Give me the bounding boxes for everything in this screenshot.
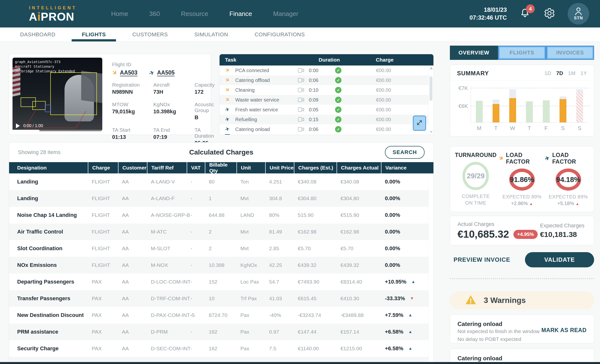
expand-tasks-button[interactable]	[413, 116, 426, 131]
cell-billable-qty: 10	[205, 296, 236, 301]
bar-S[interactable]	[574, 86, 585, 122]
field-value: 10.398kg	[153, 108, 190, 115]
task-row[interactable]: ✈ Fresh water service 0:05 ✓ €00.00	[220, 105, 433, 115]
charges-table-row[interactable]: Noise Chap 14 Landing FLIGHT AA A-NOISE-…	[9, 207, 433, 223]
range-1y[interactable]: 1Y	[580, 70, 587, 77]
charges-table-row[interactable]: Transfer Passengers PAX AA D-TRF-COM-INT…	[9, 290, 433, 307]
mark-as-read-button[interactable]: MARK AS READ	[541, 327, 587, 334]
camera-icon[interactable]	[293, 78, 309, 83]
charges-table-row[interactable]: Air Traffic Control FLIGHT AA M-ATC - 2 …	[9, 223, 433, 240]
field-label: TA Start	[112, 127, 149, 133]
sidebar-tab-invoices[interactable]: INVOICES	[546, 46, 594, 60]
bar-T[interactable]	[524, 86, 535, 122]
task-row[interactable]: ✈ PCA connected 0:00 ✓ €00.00	[220, 65, 433, 75]
bar-F[interactable]	[541, 86, 552, 122]
field-label: Registration	[112, 82, 149, 88]
cell-vat: -	[187, 346, 205, 351]
bar-W[interactable]	[507, 86, 518, 122]
range-1d[interactable]: 1D	[544, 70, 551, 77]
camera-icon[interactable]	[293, 117, 309, 122]
preview-invoice-button[interactable]: PREVIEW INVOICE	[454, 256, 510, 263]
items-count: Showing 28 items	[18, 149, 99, 156]
nav-item-360[interactable]: 360	[149, 10, 160, 18]
bar-S[interactable]	[557, 86, 569, 122]
charges-scrollbar[interactable]	[429, 173, 433, 364]
active-tab-underline	[72, 39, 116, 41]
calculated-charges-card: Showing 28 items Calculated Charges SEAR…	[9, 142, 434, 364]
user-avatar[interactable]: STN	[568, 3, 589, 25]
col-duration: Duration	[319, 57, 376, 63]
search-button[interactable]: SEARCH	[385, 146, 425, 159]
tab-dashboard[interactable]: DASHBOARD	[10, 27, 66, 41]
cell-designation: New Destination Discount	[9, 312, 88, 318]
validate-button[interactable]: VALIDATE	[525, 252, 594, 267]
task-name: Catering offload	[235, 78, 293, 83]
charges-table-row[interactable]: Landing FLIGHT AA A-LAND-F - 1 Mvt 304.8…	[9, 190, 433, 207]
datetime: 18/01/23 07:32:46 UTC	[470, 6, 507, 22]
delta-badge: +4.95%	[513, 230, 537, 239]
task-scrollbar[interactable]	[429, 65, 433, 135]
task-row[interactable]: ✈ Cleaning 0:10 ✓ €00.00	[220, 85, 433, 95]
scroll-thumb[interactable]	[430, 76, 432, 101]
charges-table-row[interactable]: Security Charge PAX AA D-SEC-COM-INT - 1…	[9, 340, 433, 357]
bar-M[interactable]	[474, 86, 485, 122]
tab-configurations[interactable]: CONFIGURATIONS	[244, 27, 315, 41]
cell-charge-type: FLIGHT	[88, 179, 118, 185]
tab-customers[interactable]: CUSTOMERS	[122, 27, 178, 41]
sidebar-tab-overview[interactable]: OVERVIEW	[450, 46, 498, 60]
nav-item-resource[interactable]: Resource	[181, 10, 208, 18]
charges-table-row[interactable]: NOx Emissions FLIGHT AA M-NOX - 10.398 K…	[9, 257, 433, 273]
warning-line2: No delay to POBT expected	[457, 335, 587, 343]
charges-table-row[interactable]: New Destination Discount PAX AA D-PAX-CO…	[9, 307, 433, 324]
camera-icon[interactable]	[293, 97, 309, 103]
notifications-button[interactable]: 4	[519, 7, 531, 20]
done-check-icon: ✓	[335, 116, 341, 123]
date-text: 18/01/23	[470, 6, 507, 14]
charges-table-row[interactable]: PRM assistance PAX AA D-PRM - 162 Pax 0.…	[9, 324, 433, 340]
camera-icon[interactable]	[293, 87, 309, 93]
app-logo[interactable]: INTELLIGENT AiPRON	[29, 5, 77, 22]
field-label: MTOW	[112, 102, 149, 107]
charges-table-row[interactable]: Slot Coordination FLIGHT AA M-SLOT - 2 M…	[9, 240, 433, 257]
nav-item-finance[interactable]: Finance	[229, 10, 252, 18]
cell-charges-est: €340.08	[294, 179, 337, 185]
charges-table-row[interactable]: Departing Passengers PAX AA D-LOC-COM-IN…	[9, 273, 433, 290]
task-duration: 0:00	[309, 68, 331, 73]
cell-variance: 0.00%	[381, 212, 433, 218]
range-7d[interactable]: 7D	[556, 70, 563, 77]
bar-T[interactable]	[490, 86, 502, 122]
range-1m[interactable]: 1M	[568, 70, 576, 77]
arrival-flight-link[interactable]: ✈ AA503	[112, 69, 137, 76]
warnings-banner[interactable]: 3 Warnings	[450, 291, 594, 309]
task-name: Catering onload	[235, 127, 293, 132]
scroll-thumb[interactable]	[429, 173, 433, 216]
task-row[interactable]: ✈ Refuelling 0:15 ✓ €00.00	[220, 115, 433, 124]
tab-simulation[interactable]: SIMULATION	[184, 27, 238, 41]
video-progress-bar[interactable]	[13, 130, 102, 131]
camera-icon[interactable]	[293, 107, 309, 112]
flight-id-label: Flight ID	[112, 62, 215, 67]
cell-tariff-ref: A-NOISE-GRP-B	[147, 212, 187, 218]
sidebar-tab-flights[interactable]: FLIGHTS	[498, 46, 546, 60]
apron-video-player[interactable]: graph_AviationV57c-373 Aircraft Stationa…	[13, 58, 102, 131]
camera-icon[interactable]	[293, 127, 309, 132]
field-value: 172	[195, 89, 215, 95]
departure-flight-link[interactable]: ✈ AA505	[149, 69, 174, 76]
nav-item-manager[interactable]: Manager	[273, 10, 299, 18]
task-row[interactable]: ✈ Catering offload 0:06 ✓ €00.00	[220, 75, 433, 85]
cell-designation: Air Traffic Control	[9, 229, 88, 235]
column-header: Charges (Est.)	[294, 162, 337, 173]
settings-button[interactable]	[543, 7, 556, 20]
cell-customer: AA	[118, 279, 147, 285]
tab-flights[interactable]: FLIGHTS	[72, 27, 116, 41]
camera-icon[interactable]	[293, 68, 309, 73]
scroll-down-icon[interactable]	[430, 131, 433, 133]
task-row[interactable]: ✈ Catering onload 0:06 ✓ €00.00	[220, 124, 433, 134]
nav-item-home[interactable]: Home	[111, 10, 128, 18]
task-row[interactable]: ✈ Waste water service 0:09 ✓ €00.00	[220, 95, 433, 105]
scroll-up-icon[interactable]	[430, 67, 433, 69]
cell-customer: AA	[118, 212, 147, 218]
cell-unit: Trf Pax	[236, 296, 265, 301]
charges-table-row[interactable]: Landing FLIGHT AA A-LAND-V - 80 Ton 4.25…	[9, 173, 433, 190]
play-button[interactable]	[16, 123, 20, 128]
